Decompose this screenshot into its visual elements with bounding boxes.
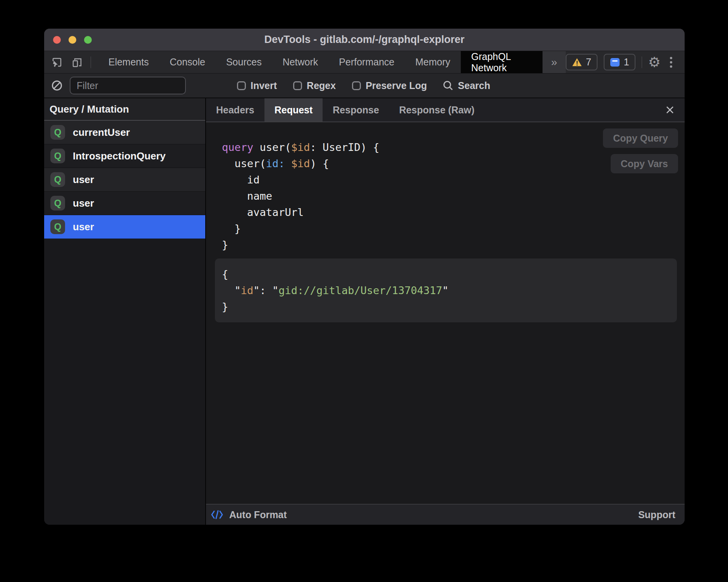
preserve-log-checkbox-group[interactable]: Preserve Log — [352, 80, 427, 91]
invert-checkbox-group[interactable]: Invert — [237, 80, 277, 91]
copy-vars-button[interactable]: Copy Vars — [611, 154, 678, 173]
network-filter-bar: Invert Regex Preserve Log Search — [44, 74, 685, 98]
query-name-label: user — [73, 174, 94, 186]
issues-badge[interactable]: 1 — [604, 54, 635, 70]
tab-headers[interactable]: Headers — [206, 98, 264, 122]
tab-network[interactable]: Network — [272, 51, 329, 73]
query-list-item[interactable]: Quser — [44, 215, 205, 239]
preserve-log-label: Preserve Log — [366, 80, 427, 91]
filter-input[interactable] — [70, 77, 186, 94]
search-label: Search — [458, 80, 490, 91]
regex-label: Regex — [307, 80, 336, 91]
clear-requests-button[interactable] — [49, 77, 65, 94]
close-icon — [665, 105, 675, 115]
close-panel-button[interactable] — [665, 98, 685, 122]
code-line: name — [222, 188, 685, 204]
screen-background: DevTools - gitlab.com/-/graphql-explorer — [0, 0, 728, 582]
graphql-variables-code: { "id": "gid://gitlab/User/13704317"} — [222, 266, 677, 315]
sidebar-header: Query / Mutation — [44, 98, 205, 121]
query-sidebar: Query / Mutation QcurrentUserQIntrospect… — [44, 98, 206, 525]
regex-checkbox-group[interactable]: Regex — [293, 80, 336, 91]
regex-checkbox[interactable] — [293, 81, 302, 90]
tab-response[interactable]: Response — [323, 98, 389, 122]
tab-graphql-network[interactable]: GraphQL Network — [461, 51, 543, 73]
search-toggle[interactable]: Search — [443, 80, 490, 91]
more-tabs-button[interactable]: » — [543, 51, 566, 73]
query-type-badge: Q — [50, 196, 65, 211]
code-line: } — [222, 221, 685, 237]
support-link[interactable]: Support — [638, 509, 675, 520]
request-body: query user($id: UserID) { user(id: $id) … — [206, 122, 685, 504]
query-name-label: IntrospectionQuery — [73, 150, 166, 162]
copy-query-button[interactable]: Copy Query — [603, 128, 678, 148]
query-type-badge: Q — [50, 219, 65, 234]
main-split: Query / Mutation QcurrentUserQIntrospect… — [44, 98, 685, 525]
code-line: "id": "gid://gitlab/User/13704317" — [222, 282, 677, 299]
code-line: avatarUrl — [222, 204, 685, 221]
code-line: } — [222, 299, 677, 315]
device-toolbar-button[interactable] — [69, 54, 85, 70]
invert-label: Invert — [251, 80, 277, 91]
toolbar-icon-group — [44, 51, 91, 73]
tab-elements[interactable]: Elements — [98, 51, 159, 73]
copy-buttons: Copy Query Copy Vars — [603, 128, 678, 173]
query-list-item[interactable]: Quser — [44, 192, 205, 215]
query-list-item[interactable]: QIntrospectionQuery — [44, 144, 205, 168]
settings-gear-button[interactable]: ⚙ — [648, 55, 661, 69]
query-type-badge: Q — [50, 172, 65, 187]
search-icon — [443, 80, 453, 91]
code-brackets-icon — [211, 510, 224, 520]
code-line: { — [222, 266, 677, 282]
toolbar-separator — [91, 56, 91, 68]
auto-format-label: Auto Format — [229, 509, 287, 520]
auto-format-button[interactable]: Auto Format — [211, 509, 287, 520]
variables-box: { "id": "gid://gitlab/User/13704317"} — [215, 258, 677, 322]
code-line: } — [222, 237, 685, 253]
query-name-label: user — [73, 221, 94, 233]
window-title: DevTools - gitlab.com/-/graphql-explorer — [44, 34, 685, 46]
devtools-window: DevTools - gitlab.com/-/graphql-explorer — [44, 29, 685, 525]
inspect-cursor-icon — [51, 56, 63, 68]
devtools-tabs: Elements Console Sources Network Perform… — [98, 51, 566, 73]
query-list-item[interactable]: QcurrentUser — [44, 121, 205, 144]
query-list: QcurrentUserQIntrospectionQueryQuserQuse… — [44, 121, 205, 239]
preserve-log-checkbox[interactable] — [352, 81, 361, 90]
overflow-menu-button[interactable] — [667, 55, 675, 69]
inspect-element-button[interactable] — [49, 54, 65, 70]
tab-sources[interactable]: Sources — [216, 51, 272, 73]
tab-console[interactable]: Console — [159, 51, 216, 73]
invert-checkbox[interactable] — [237, 81, 246, 90]
tab-request[interactable]: Request — [264, 98, 323, 122]
warning-icon — [572, 58, 582, 67]
device-toggle-icon — [71, 56, 83, 68]
devtools-toolbar: Elements Console Sources Network Perform… — [44, 51, 685, 74]
toolbar-right-controls: 7 1 ⚙ — [566, 51, 685, 73]
panel-footer: Auto Format Support — [206, 504, 685, 525]
code-line: id — [222, 172, 685, 188]
tab-memory[interactable]: Memory — [405, 51, 460, 73]
issues-count: 1 — [624, 56, 629, 68]
query-name-label: user — [73, 197, 94, 209]
query-list-item[interactable]: Quser — [44, 168, 205, 192]
toolbar-separator — [642, 56, 642, 68]
titlebar: DevTools - gitlab.com/-/graphql-explorer — [44, 29, 685, 51]
warning-count: 7 — [586, 56, 591, 68]
query-type-badge: Q — [50, 125, 65, 140]
message-icon — [610, 58, 620, 67]
query-name-label: currentUser — [73, 127, 130, 139]
panel-tab-bar: Headers Request Response Response (Raw) — [206, 98, 685, 122]
query-type-badge: Q — [50, 149, 65, 163]
tab-response-raw[interactable]: Response (Raw) — [389, 98, 484, 122]
block-clear-icon — [51, 80, 63, 91]
request-panel: Headers Request Response Response (Raw) … — [206, 98, 685, 525]
tab-performance[interactable]: Performance — [328, 51, 405, 73]
console-warnings-badge[interactable]: 7 — [566, 54, 598, 70]
